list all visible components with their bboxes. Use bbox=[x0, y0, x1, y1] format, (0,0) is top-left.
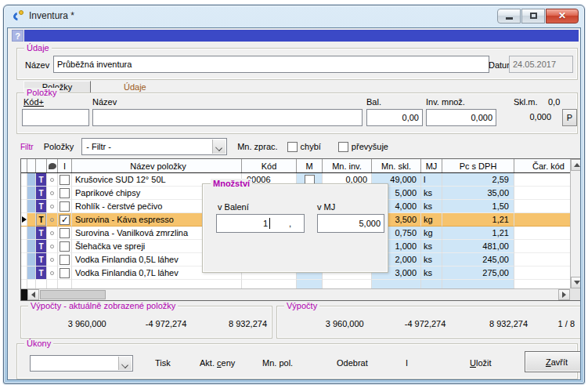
header-type[interactable] bbox=[36, 159, 47, 172]
totals-all-value-1: 3 960,000 bbox=[282, 319, 364, 328]
i-checkbox[interactable] bbox=[60, 201, 70, 212]
akt-ceny-button[interactable]: Akt. ceny bbox=[200, 358, 235, 368]
cell-mj[interactable]: kg bbox=[421, 227, 442, 240]
i-checkbox[interactable] bbox=[60, 228, 70, 238]
circle-icon bbox=[50, 218, 54, 222]
cell-mj[interactable]: kg bbox=[421, 213, 442, 227]
header-nazev-polozky[interactable]: Název položky bbox=[72, 159, 242, 172]
text-cursor bbox=[269, 218, 270, 229]
comment-icon[interactable] bbox=[47, 159, 58, 172]
row-selector[interactable] bbox=[21, 200, 27, 213]
cell-pc-s-dph[interactable]: 1,50 bbox=[442, 200, 514, 213]
i-checkbox[interactable] bbox=[60, 268, 70, 278]
row-selector[interactable] bbox=[21, 227, 27, 240]
totals-visible-groupbox: Výpočty - aktuálně zobrazené položky 3 9… bbox=[20, 306, 272, 339]
prevysuje-label[interactable]: převyšuje bbox=[352, 142, 388, 151]
i-checkbox[interactable] bbox=[60, 175, 70, 185]
maximize-button[interactable] bbox=[521, 9, 545, 24]
i-checkbox[interactable] bbox=[60, 241, 70, 252]
row-indicator bbox=[27, 227, 36, 240]
cell-pc-s-dph[interactable]: 481,00 bbox=[442, 240, 514, 253]
chevron-down-icon[interactable] bbox=[212, 140, 225, 154]
title-bar[interactable]: Inventura * ✕ bbox=[6, 5, 582, 24]
filter-combobox[interactable]: - Filtr - bbox=[81, 138, 227, 155]
v-mj-input[interactable]: 5,000 bbox=[317, 214, 384, 233]
v-baleni-input[interactable]: 1 , bbox=[216, 214, 305, 233]
p-button[interactable]: P bbox=[562, 109, 577, 126]
type-badge-letter: T bbox=[36, 173, 46, 186]
cell-pc-s-dph[interactable]: 1,21 bbox=[442, 213, 514, 227]
prevysuje-checkbox[interactable] bbox=[338, 142, 348, 152]
header-mj[interactable]: MJ bbox=[421, 159, 442, 172]
cell-mj[interactable]: ks bbox=[421, 267, 442, 280]
row-i-checkbox-cell[interactable] bbox=[58, 200, 72, 213]
kod-label[interactable]: Kód+ bbox=[23, 97, 44, 107]
ukony-combobox[interactable] bbox=[30, 355, 133, 372]
header-kod[interactable]: Kód bbox=[242, 159, 297, 172]
nazev-input[interactable]: Průběžná inventura bbox=[53, 56, 489, 73]
inv-mnoz-input[interactable]: 0,000 bbox=[426, 109, 496, 126]
tab-udaje[interactable]: Údaje bbox=[124, 82, 146, 92]
chybi-checkbox[interactable] bbox=[287, 142, 298, 152]
type-badge-letter: T bbox=[36, 240, 46, 252]
cell-pc-s-dph[interactable]: 245,00 bbox=[442, 253, 514, 267]
circle-icon bbox=[50, 205, 54, 209]
row-i-checkbox-cell[interactable] bbox=[58, 240, 72, 253]
polozky-nazev-input[interactable] bbox=[92, 109, 363, 126]
cell-pc-s-dph[interactable]: 2,59 bbox=[442, 173, 514, 187]
row-i-checkbox-cell[interactable] bbox=[58, 253, 72, 267]
row-selector[interactable] bbox=[21, 187, 27, 200]
cell-mj[interactable]: ks bbox=[421, 240, 442, 253]
row-selector[interactable] bbox=[21, 213, 27, 227]
odebrat-button[interactable]: Odebrat bbox=[337, 358, 368, 368]
status-dot-icon bbox=[47, 200, 58, 213]
type-badge: T bbox=[36, 253, 47, 267]
kod-input[interactable] bbox=[22, 109, 89, 126]
row-i-checkbox-cell[interactable] bbox=[58, 267, 72, 280]
i-checkbox[interactable] bbox=[60, 188, 70, 198]
zavrit-button[interactable]: Zavřít bbox=[525, 351, 581, 372]
header-m[interactable]: M bbox=[297, 159, 323, 172]
mn-pol-button[interactable]: Mn. pol. bbox=[262, 358, 293, 368]
header-i[interactable]: I bbox=[58, 159, 72, 172]
row-selector[interactable] bbox=[21, 173, 27, 187]
row-selector[interactable] bbox=[21, 267, 27, 280]
tisk-button[interactable]: Tisk bbox=[155, 358, 171, 368]
header-mn-skl[interactable]: Mn. skl. bbox=[372, 159, 421, 172]
scroll-up-icon[interactable] bbox=[571, 159, 581, 171]
chevron-down-icon[interactable] bbox=[118, 357, 132, 370]
header-pc-s-dph[interactable]: Pc s DPH bbox=[442, 159, 514, 172]
v-baleni-separator: , bbox=[289, 219, 291, 228]
cell-pc-s-dph[interactable]: 275,00 bbox=[442, 267, 514, 280]
scroll-right-icon[interactable] bbox=[558, 289, 570, 300]
scroll-down-icon[interactable] bbox=[571, 277, 581, 288]
cell-pc-s-dph[interactable]: 1,21 bbox=[442, 227, 514, 240]
header-mn-inv[interactable]: Mn. inv. bbox=[323, 159, 372, 172]
cell-mj[interactable]: ks bbox=[421, 187, 442, 200]
row-i-checkbox-cell[interactable] bbox=[58, 187, 72, 200]
row-i-checkbox-cell[interactable] bbox=[58, 227, 72, 240]
minimize-button[interactable] bbox=[497, 9, 521, 24]
i-checkbox[interactable]: ✓ bbox=[60, 215, 70, 225]
i-checkbox[interactable] bbox=[60, 255, 70, 265]
row-selector[interactable] bbox=[21, 253, 27, 267]
cell-pc-s-dph[interactable]: 35,00 bbox=[442, 187, 514, 200]
row-i-checkbox-cell[interactable]: ✓ bbox=[58, 213, 72, 227]
horizontal-scrollbar[interactable] bbox=[21, 288, 570, 300]
ulozit-button[interactable]: Uložit bbox=[470, 358, 492, 368]
bal-input[interactable]: 0,00 bbox=[366, 109, 423, 126]
help-button[interactable]: ? bbox=[12, 30, 23, 42]
cell-mj[interactable]: l bbox=[421, 173, 442, 187]
close-button[interactable]: ✕ bbox=[546, 9, 579, 24]
horizontal-scroll-thumb[interactable] bbox=[40, 290, 106, 299]
cell-mj[interactable]: ks bbox=[421, 253, 442, 267]
row-i-checkbox-cell[interactable] bbox=[58, 173, 72, 187]
type-badge: T bbox=[36, 187, 47, 200]
polozky-groupbox-label: Položky bbox=[24, 88, 60, 97]
cell-mj[interactable]: ks bbox=[421, 200, 442, 213]
chybi-label[interactable]: chybí bbox=[301, 142, 321, 151]
i-button[interactable]: I bbox=[406, 358, 408, 368]
vertical-scrollbar[interactable] bbox=[570, 159, 581, 288]
scroll-left-icon[interactable] bbox=[27, 289, 39, 300]
row-selector[interactable] bbox=[21, 240, 27, 253]
